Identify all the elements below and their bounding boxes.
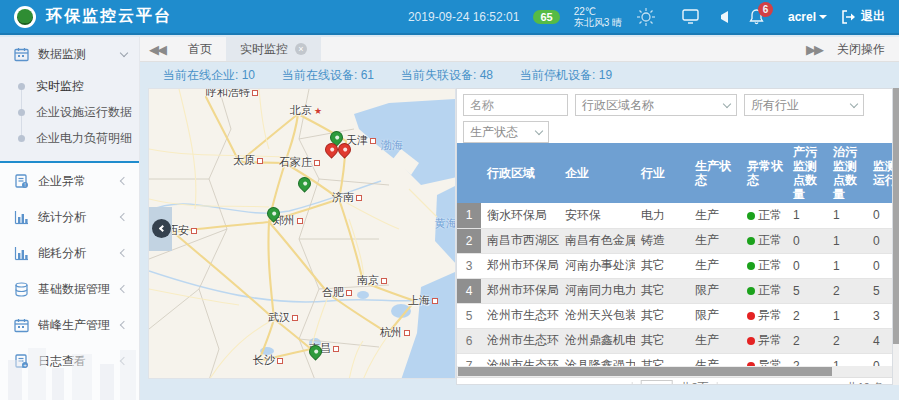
column-header[interactable]: 异常状态 (741, 143, 787, 203)
tabs-scroll-left-icon[interactable]: ◀◀ (140, 37, 174, 61)
map-panel[interactable]: 呼和浩特北京★天津太原石家庄济南西安郑州南京合肥上海武汉杭州长沙南昌渤海黄海 (148, 88, 456, 379)
vscroll-thumb[interactable] (893, 88, 899, 344)
map-marker-green[interactable] (295, 174, 313, 192)
chevron-down-icon (120, 48, 128, 56)
sidebar-item-能耗分析[interactable]: 能耗分析 (0, 235, 139, 271)
tab-item[interactable]: 首页 (174, 37, 226, 61)
table-row[interactable]: 1衡水环保局安环保电力生产正常110 (457, 203, 892, 228)
cell-c3: 0 (867, 228, 892, 253)
page-number-input[interactable] (640, 380, 672, 386)
sidebar-group: 统计分析 (0, 199, 139, 235)
monitor-panel: 行政区域名称 所有行业 生产状态 行政区域企业行业生产状态异常状态产污监测点数量… (456, 88, 893, 385)
table-row[interactable]: 4郑州市环保局河南同力电力设备其它限产正常525 (457, 278, 892, 303)
cell-region: 衡水环保局 (481, 203, 559, 228)
status-filter-select[interactable]: 生产状态 (463, 121, 549, 143)
sidebar-item-label: 企业异常 (38, 173, 86, 190)
cell-prod: 生产 (689, 203, 741, 228)
doc-alert-icon: ! (14, 174, 29, 189)
monitor-icon[interactable] (682, 9, 699, 24)
cell-c2: 1 (827, 303, 867, 328)
cell-prod: 生产 (689, 253, 741, 278)
mute-speaker-icon[interactable] (719, 11, 729, 23)
last-page-button[interactable]: ▶▶❙ (745, 383, 762, 386)
region-filter-select[interactable]: 行政区域名称 (575, 94, 737, 116)
sidebar-item-label: 数据监测 (38, 46, 86, 63)
table-row[interactable]: 3郑州市环保局河南办事处演示其它生产正常010 (457, 253, 892, 278)
cell-region: 沧州市生态环保局 (481, 328, 559, 353)
column-header[interactable]: 行业 (635, 143, 689, 203)
tab-active[interactable]: 实时监控× (226, 37, 321, 61)
sidebar-group: !企业异常 (0, 163, 139, 199)
status-dot-icon (747, 262, 755, 270)
sidebar-menu: 数据监测实时监控企业设施运行数据企业电力负荷明细!企业异常统计分析能耗分析基础数… (0, 37, 139, 379)
table-row[interactable]: 7沧州市生态环保局沧县隆鑫强力加工其它生产异常210 (457, 353, 892, 366)
chevron-down-icon (723, 99, 731, 107)
map-overlay-layer: 呼和浩特北京★天津太原石家庄济南西安郑州南京合肥上海武汉杭州长沙南昌渤海黄海 (149, 89, 456, 379)
chevron-down-icon (535, 126, 543, 134)
vertical-scrollbar[interactable] (893, 88, 899, 385)
first-page-button[interactable]: ❙◀◀ (586, 383, 603, 386)
industry-filter-select[interactable]: 所有行业 (744, 94, 864, 116)
column-header[interactable]: 治污监测点数量 (827, 143, 867, 203)
chevron-left-icon (120, 249, 128, 257)
stat-item: 当前失联设备: 48 (401, 68, 493, 82)
map-city-label: 石家庄 (279, 155, 320, 170)
sidebar-group: 数据监测实时监控企业设施运行数据企业电力负荷明细 (0, 37, 139, 163)
tab-label: 实时监控 (240, 41, 288, 58)
main-content: 当前在线企业: 10当前在线设备: 61当前失联设备: 48当前停机设备: 19 (140, 62, 899, 400)
filter-bar: 行政区域名称 所有行业 生产状态 (457, 89, 892, 143)
cell-c2: 1 (827, 353, 867, 366)
logout-button[interactable]: 退出 (841, 8, 885, 25)
calendar-icon (14, 47, 29, 62)
close-operations-button[interactable]: 关闭操作 (831, 41, 899, 58)
sidebar-subitem-企业电力负荷明细[interactable]: 企业电力负荷明细 (0, 125, 139, 151)
horizontal-scrollbar[interactable] (457, 366, 892, 377)
city-square-icon (370, 138, 376, 144)
city-square-icon (252, 90, 258, 96)
stat-item: 当前停机设备: 19 (520, 68, 612, 82)
map-collapse-button[interactable] (152, 219, 171, 238)
city-square-icon (277, 358, 283, 364)
pagination-bar: ❙◀◀ ◀◀ 共2页 ▶▶ ▶▶❙ 1 - 15 共19 条 (457, 377, 892, 385)
column-header[interactable]: 监测设备 运行数量 (867, 143, 893, 203)
row-number-cell: 4 (457, 278, 481, 303)
cell-c2: 2 (827, 278, 867, 303)
map-city-label: 合肥 (322, 285, 352, 300)
sidebar-item-数据监测[interactable]: 数据监测 (0, 37, 139, 71)
table-row[interactable]: 6沧州市生态环保局沧州鼎鑫机电设备其它生产异常224 (457, 328, 892, 353)
tabs-scroll-right-icon[interactable]: ▶▶ (797, 42, 831, 57)
sidebar-subitem-企业设施运行数据[interactable]: 企业设施运行数据 (0, 99, 139, 125)
tab-close-icon[interactable]: × (295, 43, 307, 55)
hscroll-thumb[interactable] (458, 367, 832, 376)
sidebar-group: 能耗分析 (0, 235, 139, 271)
column-header[interactable]: 行政区域 (481, 143, 559, 203)
row-range-label: 1 - 15 (809, 382, 837, 386)
city-square-icon (346, 290, 352, 296)
sidebar-subitem-label: 企业设施运行数据 (36, 104, 132, 121)
map-city-label: 杭州 (380, 325, 410, 340)
sidebar-subitem-实时监控[interactable]: 实时监控 (0, 73, 139, 99)
cell-prod: 限产 (689, 278, 741, 303)
notification-bell-icon[interactable]: 6 (749, 9, 764, 25)
pager-divider (717, 382, 718, 386)
next-page-button[interactable]: ▶▶ (726, 383, 738, 386)
prev-page-button[interactable]: ◀◀ (612, 383, 624, 386)
cell-region: 南昌市西湖区环保局 (481, 228, 559, 253)
sidebar-item-企业异常[interactable]: !企业异常 (0, 163, 139, 199)
sidebar-item-基础数据管理[interactable]: 基础数据管理 (0, 271, 139, 307)
sidebar-watermark (0, 330, 139, 400)
column-header[interactable]: 产污监测点数量 (787, 143, 827, 203)
name-filter-input[interactable] (463, 94, 568, 116)
table-row[interactable]: 5沧州市生态环保局沧州天兴包装制品其它限产异常213 (457, 303, 892, 328)
column-header[interactable]: 企业 (559, 143, 635, 203)
sidebar-item-统计分析[interactable]: 统计分析 (0, 199, 139, 235)
stat-item: 当前在线企业: 10 (163, 68, 255, 82)
table-row[interactable]: 2南昌市西湖区环保局南昌有色金属有限公司铸造生产正常010 (457, 228, 892, 253)
cell-c3: 0 (867, 203, 892, 228)
cell-abnormal-status: 正常 (741, 278, 787, 303)
column-header[interactable]: 生产状态 (689, 143, 741, 203)
cell-abnormal-status: 异常 (741, 328, 787, 353)
weather-label: 22℃东北风3 晴 (574, 6, 622, 28)
city-square-icon (297, 218, 303, 224)
user-menu[interactable]: acrel (788, 10, 827, 24)
